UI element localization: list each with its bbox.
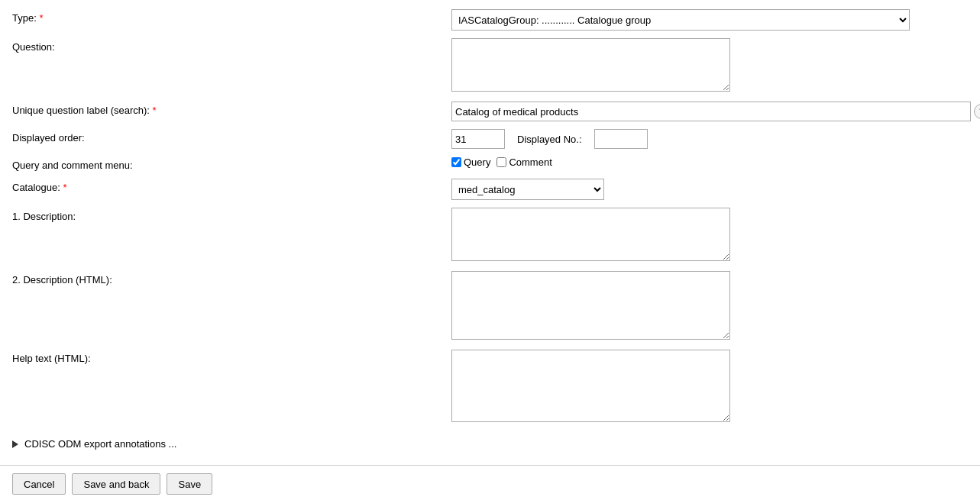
desc1-label: 1. Description:	[12, 208, 451, 222]
help-text-row: Help text (HTML):	[12, 350, 968, 424]
cancel-button[interactable]: Cancel	[12, 473, 66, 495]
save-button[interactable]: Save	[167, 473, 212, 495]
displayed-no-label: Displayed No.:	[517, 134, 582, 145]
save-and-back-button[interactable]: Save and back	[72, 473, 160, 495]
comment-checkbox[interactable]	[496, 157, 506, 167]
query-comment-label: Query and comment menu:	[12, 156, 451, 171]
query-checkbox-label[interactable]: Query	[451, 156, 490, 168]
desc1-row: 1. Description:	[12, 208, 968, 263]
footer-bar: Cancel Save and back Save	[0, 465, 980, 500]
catalogue-label: Catalogue: *	[12, 179, 451, 193]
help-text-field	[451, 350, 968, 424]
catalogue-field: med_catalog	[451, 179, 968, 200]
desc2-field	[451, 271, 968, 342]
type-label: Type: *	[12, 9, 451, 24]
cdisc-triangle-icon	[12, 440, 18, 448]
cdisc-row[interactable]: CDISC ODM export annotations ...	[12, 432, 968, 456]
query-comment-field: Query Comment	[451, 156, 968, 168]
question-row: Question:	[12, 38, 968, 94]
desc1-field	[451, 208, 968, 263]
displayed-order-label: Displayed order:	[12, 129, 451, 144]
order-input[interactable]	[451, 129, 505, 149]
unique-label-row: Unique question label (search): * ?	[12, 102, 968, 121]
question-textarea[interactable]	[451, 38, 730, 92]
query-checkbox[interactable]	[451, 157, 461, 167]
question-label: Question:	[12, 38, 451, 53]
desc2-row: 2. Description (HTML):	[12, 271, 968, 342]
page-wrapper: Type: * IASCatalogGroup: ............ Ca…	[0, 0, 980, 500]
desc2-textarea[interactable]	[451, 271, 730, 340]
query-comment-row: Query and comment menu: Query Comment	[12, 156, 968, 171]
displayed-order-field: Displayed No.:	[451, 129, 968, 149]
type-row: Type: * IASCatalogGroup: ............ Ca…	[12, 9, 968, 31]
desc2-label: 2. Description (HTML):	[12, 271, 451, 285]
unique-label-text: Unique question label (search): *	[12, 102, 451, 116]
type-field: IASCatalogGroup: ............ Catalogue …	[451, 9, 968, 31]
displayed-no-input[interactable]	[594, 129, 648, 149]
question-field	[451, 38, 968, 94]
help-text-label: Help text (HTML):	[12, 350, 451, 364]
unique-label-input[interactable]	[451, 102, 971, 121]
catalogue-select[interactable]: med_catalog	[451, 179, 604, 200]
cdisc-label: CDISC ODM export annotations ...	[24, 438, 176, 450]
displayed-order-row: Displayed order: Displayed No.:	[12, 129, 968, 149]
unique-label-field: ?	[451, 102, 980, 121]
comment-checkbox-label[interactable]: Comment	[496, 156, 551, 168]
help-text-textarea[interactable]	[451, 350, 730, 422]
catalogue-row: Catalogue: * med_catalog	[12, 179, 968, 200]
desc1-textarea[interactable]	[451, 208, 730, 261]
help-icon[interactable]: ?	[974, 104, 980, 119]
type-select[interactable]: IASCatalogGroup: ............ Catalogue …	[451, 9, 910, 31]
form-area: Type: * IASCatalogGroup: ............ Ca…	[0, 0, 980, 465]
